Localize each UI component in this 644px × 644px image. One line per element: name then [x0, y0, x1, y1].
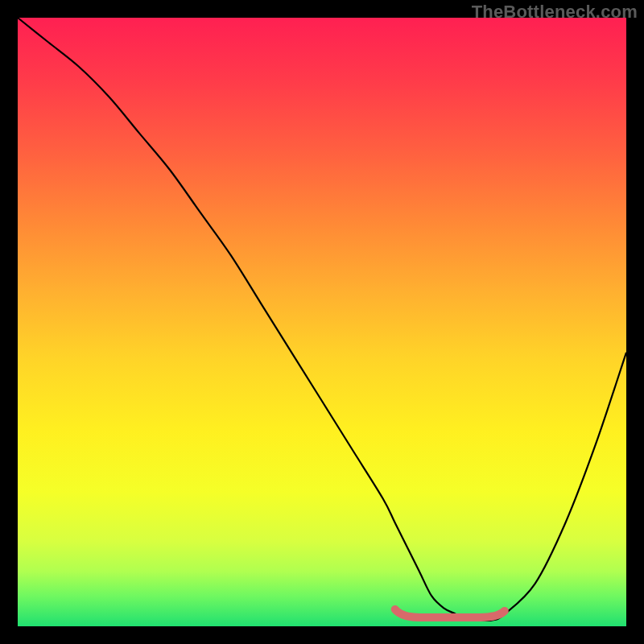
bottleneck-curve	[18, 18, 626, 621]
chart-svg	[18, 18, 626, 626]
